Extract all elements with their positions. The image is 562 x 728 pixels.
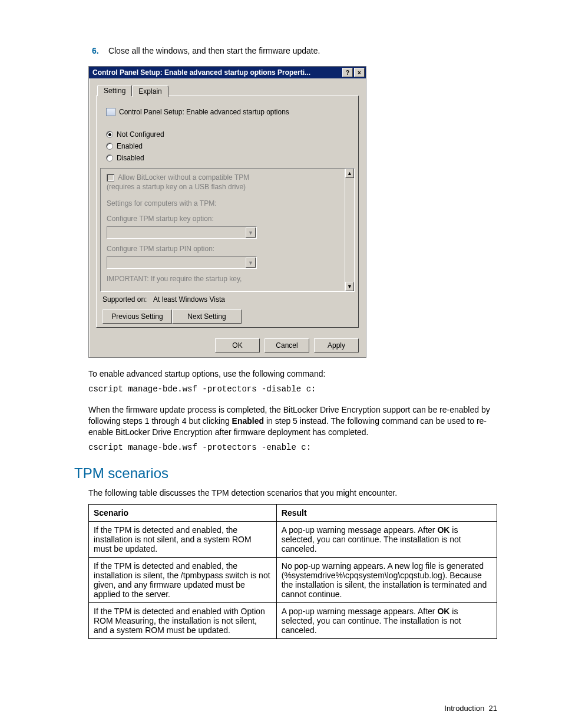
step-6: 6. Close all the windows, and then start… xyxy=(92,46,497,55)
tab-strip: Setting Explain xyxy=(97,84,359,95)
bold-ok: OK xyxy=(437,607,449,616)
apply-button[interactable]: Apply xyxy=(314,338,359,353)
scroll-up-icon[interactable]: ▲ xyxy=(345,169,354,178)
radio-label: Enabled xyxy=(117,142,143,150)
step-text: Close all the windows, and then start th… xyxy=(108,46,320,55)
checkbox-icon xyxy=(107,174,114,182)
td-scenario: If the TPM is detected and enabled with … xyxy=(89,603,277,639)
help-button[interactable]: ? xyxy=(342,68,353,77)
radio-icon xyxy=(106,154,113,162)
supported-on: Supported on: At least Windows Vista xyxy=(103,295,355,304)
th-result: Result xyxy=(276,505,497,522)
table-row: If the TPM is detected and enabled, the … xyxy=(89,522,497,558)
opt-line-tpm-settings: Settings for computers with a TPM: xyxy=(107,199,342,207)
para-reenable: When the firmware update process is comp… xyxy=(88,404,497,438)
page-footer: Introduction 21 xyxy=(444,704,497,713)
radio-not-configured[interactable]: Not Configured xyxy=(106,130,355,139)
td-result: No pop-up warning appears. A new log fil… xyxy=(276,558,497,603)
cancel-button[interactable]: Cancel xyxy=(265,338,309,353)
chevron-down-icon: ▼ xyxy=(246,258,256,268)
td-result: A pop-up warning message appears. After … xyxy=(276,603,497,639)
tab-setting-label: Setting xyxy=(104,87,125,95)
footer-section: Introduction xyxy=(444,704,484,713)
checkbox-allow-bitlocker[interactable]: Allow BitLocker without a compatible TPM xyxy=(107,173,342,182)
opt-line-startup-key: Configure TPM startup key option: xyxy=(107,215,342,223)
radio-icon xyxy=(106,131,113,138)
ok-button[interactable]: OK xyxy=(215,338,260,353)
scroll-down-icon[interactable]: ▼ xyxy=(345,282,354,291)
footer-page: 21 xyxy=(489,704,497,713)
close-button[interactable]: × xyxy=(354,68,365,77)
opt-important: IMPORTANT: If you require the startup ke… xyxy=(107,275,342,283)
td-scenario: If the TPM is detected and enabled, the … xyxy=(89,522,277,558)
combo-startup-key[interactable]: ▼ xyxy=(107,226,257,239)
table-header-row: Scenario Result xyxy=(89,505,497,522)
setting-heading: Control Panel Setup: Enable advanced sta… xyxy=(119,108,289,116)
dialog-titlebar: Control Panel Setup: Enable advanced sta… xyxy=(89,67,366,78)
options-scrollbar[interactable]: ▲ ▼ xyxy=(345,169,354,291)
previous-setting-button[interactable]: Previous Setting xyxy=(103,309,172,324)
radio-label: Disabled xyxy=(117,154,144,162)
options-panel: Allow BitLocker without a compatible TPM… xyxy=(100,168,355,292)
bold-enabled: Enabled xyxy=(232,416,264,426)
tab-explain-label: Explain xyxy=(138,87,161,95)
table-row: If the TPM is detected and enabled, the … xyxy=(89,558,497,603)
heading-tpm-scenarios: TPM scenarios xyxy=(74,465,497,482)
td-scenario: If the TPM is detected and enabled, the … xyxy=(89,558,277,603)
properties-dialog: Control Panel Setup: Enable advanced sta… xyxy=(88,66,366,358)
table-row: If the TPM is detected and enabled with … xyxy=(89,603,497,639)
step-number: 6. xyxy=(92,46,106,55)
next-setting-button[interactable]: Next Setting xyxy=(172,309,242,324)
tab-explain[interactable]: Explain xyxy=(132,85,168,97)
help-icon: ? xyxy=(346,70,349,76)
tab-panel-setting: Control Panel Setup: Enable advanced sta… xyxy=(96,95,359,328)
supported-value: At least Windows Vista xyxy=(153,295,225,304)
td-result: A pop-up warning message appears. After … xyxy=(276,522,497,558)
para-enable-cmd: To enable advanced startup options, use … xyxy=(88,368,497,380)
radio-enabled[interactable]: Enabled xyxy=(106,142,355,150)
tpm-intro: The following table discusses the TPM de… xyxy=(88,487,497,499)
dialog-footer: OK Cancel Apply xyxy=(96,338,359,353)
close-icon: × xyxy=(358,70,361,76)
opt-line-startup-pin: Configure TPM startup PIN option: xyxy=(107,245,342,253)
radio-icon xyxy=(106,143,113,150)
bold-ok: OK xyxy=(437,525,449,535)
radio-disabled[interactable]: Disabled xyxy=(106,154,355,162)
setting-header: Control Panel Setup: Enable advanced sta… xyxy=(106,108,355,116)
dialog-title: Control Panel Setup: Enable advanced sta… xyxy=(92,68,341,77)
radio-label: Not Configured xyxy=(117,130,164,139)
combo-startup-pin[interactable]: ▼ xyxy=(107,256,257,269)
checkbox-sublabel: (requires a startup key on a USB flash d… xyxy=(107,183,342,191)
property-icon xyxy=(106,108,115,116)
checkbox-label: Allow BitLocker without a compatible TPM xyxy=(118,173,249,182)
code-enable: cscript manage-bde.wsf -protectors -enab… xyxy=(88,443,497,452)
chevron-down-icon: ▼ xyxy=(246,228,256,238)
tab-setting[interactable]: Setting xyxy=(97,85,132,96)
code-disable: cscript manage-bde.wsf -protectors -disa… xyxy=(88,384,497,394)
nav-buttons: Previous Setting Next Setting xyxy=(103,309,355,324)
th-scenario: Scenario xyxy=(89,505,277,522)
tpm-table: Scenario Result If the TPM is detected a… xyxy=(88,504,497,639)
supported-label: Supported on: xyxy=(103,295,147,304)
